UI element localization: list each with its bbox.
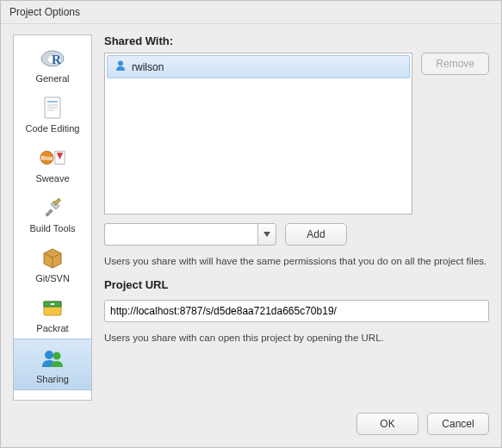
sweave-icon: Rnw <box>39 144 66 171</box>
combo-dropdown-button[interactable] <box>257 223 276 246</box>
sharing-panel: Shared With: rwilson Remove <box>104 34 489 401</box>
sidebar: R General Code Editing <box>13 34 92 401</box>
ok-button[interactable]: OK <box>356 413 418 435</box>
sidebar-item-label: Code Editing <box>26 123 80 134</box>
shared-user-row[interactable]: rwilson <box>107 55 410 78</box>
shared-users-list[interactable]: rwilson <box>104 53 412 215</box>
svg-point-15 <box>53 352 61 360</box>
sidebar-item-sweave[interactable]: Rnw Sweave <box>14 139 91 189</box>
url-hint: Users you share with can open this proje… <box>104 331 489 345</box>
sidebar-item-git-svn[interactable]: Git/SVN <box>14 239 91 289</box>
project-url-label: Project URL <box>104 278 489 291</box>
dialog-body: R General Code Editing <box>1 24 501 404</box>
sidebar-item-code-editing[interactable]: Code Editing <box>14 89 91 139</box>
packrat-icon <box>39 294 66 321</box>
sidebar-item-build-tools[interactable]: Build Tools <box>14 189 91 239</box>
sidebar-item-general[interactable]: R General <box>14 39 91 89</box>
svg-rect-10 <box>53 198 60 205</box>
tools-icon <box>39 194 66 221</box>
shared-user-name: rwilson <box>132 61 164 73</box>
dialog-title: Project Options <box>1 1 501 24</box>
add-user-input[interactable] <box>104 223 257 246</box>
shared-with-label: Shared With: <box>104 34 489 47</box>
project-options-dialog: Project Options R General <box>0 0 502 448</box>
sidebar-item-sharing[interactable]: Sharing <box>14 339 91 390</box>
sidebar-item-label: Build Tools <box>30 223 76 233</box>
sidebar-item-label: Sharing <box>36 374 69 384</box>
sidebar-item-packrat[interactable]: Packrat <box>14 289 91 339</box>
sidebar-item-label: General <box>35 73 69 84</box>
add-user-combo[interactable] <box>104 223 276 246</box>
svg-point-14 <box>45 351 53 359</box>
svg-rect-13 <box>51 303 54 305</box>
document-icon <box>39 94 66 121</box>
user-icon <box>115 59 127 74</box>
sidebar-item-label: Packrat <box>36 323 68 333</box>
svg-text:Rnw: Rnw <box>40 155 53 161</box>
chevron-down-icon <box>263 232 270 237</box>
permissions-hint: Users you share with will have the same … <box>104 254 489 268</box>
dialog-footer: OK Cancel <box>1 404 501 447</box>
r-logo-icon: R <box>39 44 66 72</box>
svg-text:R: R <box>52 53 61 66</box>
sidebar-item-label: Sweave <box>35 173 69 184</box>
remove-button[interactable]: Remove <box>421 53 489 75</box>
project-url-field[interactable] <box>104 300 489 322</box>
users-icon <box>39 345 66 372</box>
sidebar-item-label: Git/SVN <box>35 273 70 283</box>
add-button[interactable]: Add <box>285 223 347 246</box>
cancel-button[interactable]: Cancel <box>427 413 489 435</box>
svg-point-16 <box>118 61 123 66</box>
box-icon <box>39 244 66 271</box>
